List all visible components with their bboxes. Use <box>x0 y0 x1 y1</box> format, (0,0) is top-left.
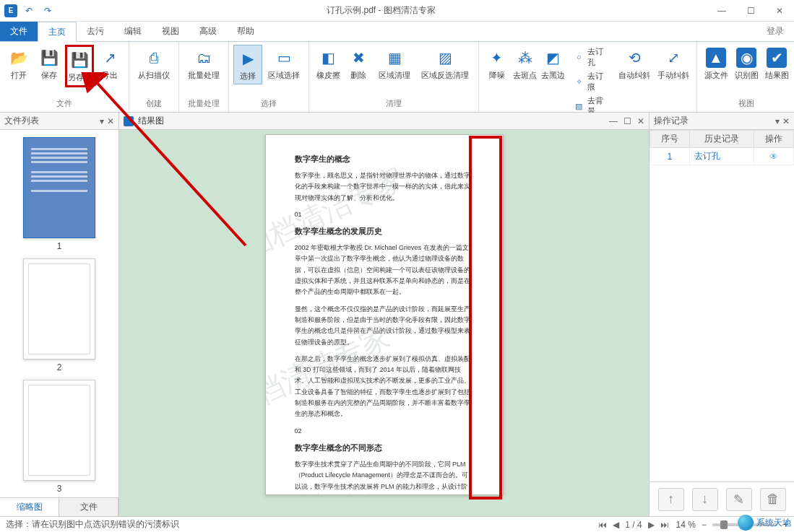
export-icon: ↗ <box>100 48 120 68</box>
denoise-button[interactable]: ✦降噪 <box>483 45 510 83</box>
row-history[interactable]: 去订孔 <box>689 148 754 165</box>
deblack-button[interactable]: ◩去黑边 <box>540 45 566 83</box>
eraser-button[interactable]: ◧橡皮擦 <box>314 45 342 83</box>
export-button[interactable]: ↗导出 <box>95 45 124 83</box>
select-button[interactable]: ▶选择 <box>233 45 262 84</box>
source-view-button[interactable]: ▲源文件 <box>702 45 730 83</box>
ribbon-group-cleanup: ◧橡皮擦 ✖删除 ▦区域清理 ▨区域反选清理 清理 <box>309 42 479 112</box>
apply-button[interactable]: ✎ <box>726 488 752 511</box>
main-area: 文件列表 ▾ ✕ 1 2 3 缩略图 文件 结果图 — ☐ ✕ <box>0 113 794 516</box>
close-button[interactable]: ✕ <box>765 0 794 22</box>
doc-maximize-icon[interactable]: ☐ <box>623 116 631 126</box>
move-down-button[interactable]: ↓ <box>692 488 718 511</box>
batch-icon: 🗂 <box>194 48 214 68</box>
area-select-button[interactable]: ▭区域选择 <box>264 45 304 83</box>
col-action: 操作 <box>754 131 794 148</box>
doc-heading-2: 数字孪生概念的发展历史 <box>295 226 474 237</box>
batch-button[interactable]: 🗂批量处理 <box>184 45 224 83</box>
thumb-2[interactable]: 2 <box>20 258 99 372</box>
from-scanner-button[interactable]: ⎙从扫描仪 <box>134 45 174 83</box>
area-inverse-clean-button[interactable]: ▨区域反选清理 <box>416 45 474 83</box>
thumb-3[interactable]: 3 <box>20 380 99 494</box>
doc-para: 数字孪生技术贯穿了产品生命周期中的不同阶段，它同 PLM（Product Lif… <box>295 459 474 495</box>
last-page-button[interactable]: ⏭ <box>660 520 669 530</box>
history-toolbar: ↑ ↓ ✎ 🗑 <box>650 481 794 516</box>
doc-close-icon[interactable]: ✕ <box>637 116 644 126</box>
history-header: 操作记录 ▾ ✕ <box>650 113 794 130</box>
tab-thumbnails[interactable]: 缩略图 <box>0 498 59 516</box>
ribbon: 📂打开 💾保存 💾另存为 ↗导出 文件 ⎙从扫描仪 创建 🗂批量处理 批量处理 … <box>0 42 794 113</box>
history-dropdown-icon[interactable]: ▾ <box>775 116 780 126</box>
manual-deskew-button[interactable]: ⤢手动纠斜 <box>655 45 692 83</box>
ribbon-group-views: ▲源文件 ◉识别图 ✔结果图 视图 <box>697 42 794 112</box>
menu-tab-edit[interactable]: 编辑 <box>114 22 152 41</box>
next-page-button[interactable]: ▶ <box>648 520 655 530</box>
dehole-button[interactable]: ○去订孔 <box>571 45 611 69</box>
area-clean-icon: ▦ <box>384 48 405 68</box>
result-view-button[interactable]: ✔结果图 <box>762 45 791 83</box>
delete-history-button[interactable]: 🗑 <box>760 488 786 511</box>
table-row[interactable]: 1 去订孔 👁 <box>650 148 794 165</box>
maximize-button[interactable]: ☐ <box>736 0 765 22</box>
deglare-button[interactable]: ✧去订痕 <box>571 69 611 94</box>
doc-heading-3: 数字孪生概念的不同形态 <box>295 442 474 453</box>
history-close-icon[interactable]: ✕ <box>782 116 790 126</box>
thumb-1[interactable]: 1 <box>20 137 99 251</box>
menu-tab-home[interactable]: 主页 <box>38 22 77 42</box>
doc-para: 2002 年密歇根大学教授 Dr. Michael Grieves 在发表的一篇… <box>295 243 474 297</box>
menu-tab-advanced[interactable]: 高级 <box>189 22 227 41</box>
delete-button[interactable]: ✖删除 <box>344 45 373 83</box>
menu-tab-help[interactable]: 帮助 <box>227 22 264 41</box>
minimize-button[interactable]: — <box>707 0 736 22</box>
tab-files[interactable]: 文件 <box>59 498 118 516</box>
zoom-out-button[interactable]: − <box>702 520 707 530</box>
menu-tab-file[interactable]: 文件 <box>0 22 38 41</box>
doc-section-num: 01 <box>295 209 474 220</box>
panel-close-icon[interactable]: ✕ <box>107 116 114 126</box>
login-link[interactable]: 登录 <box>756 22 794 41</box>
ops-stack: ○去订孔 ✧去订痕 ▧去背景 <box>568 45 614 118</box>
menu-tab-view[interactable]: 视图 <box>152 22 189 41</box>
globe-icon <box>738 515 754 531</box>
file-list-panel: 文件列表 ▾ ✕ 1 2 3 缩略图 文件 <box>0 113 119 516</box>
auto-deskew-button[interactable]: ⟲自动纠斜 <box>616 45 653 83</box>
filter-icon[interactable]: ▾ <box>100 116 104 126</box>
ribbon-group-file-label: 文件 <box>4 97 124 112</box>
prev-page-button[interactable]: ◀ <box>613 520 619 530</box>
undo-icon[interactable]: ↶ <box>22 4 36 18</box>
doc-viewport[interactable]: 数字孪生的概念 数字孪生，顾名思义，是指针对物理世界中的物体，通过数字化的手段来… <box>119 130 649 516</box>
menu-bar: 文件 主页 去污 编辑 视图 高级 帮助 登录 <box>0 22 794 42</box>
doc-window-icon <box>124 116 134 126</box>
first-page-button[interactable]: ⏮ <box>598 520 607 530</box>
despeckle-button[interactable]: ⁂去斑点 <box>512 45 538 83</box>
row-view-icon[interactable]: 👁 <box>754 148 794 165</box>
title-bar: E ↶ ↷ 订孔示例.pdf - 图档清洁专家 — ☐ ✕ <box>0 0 794 22</box>
manual-deskew-icon: ⤢ <box>663 48 683 68</box>
save-icon: 💾 <box>39 48 59 68</box>
save-as-button[interactable]: 💾另存为 <box>65 45 94 87</box>
move-up-button[interactable]: ↑ <box>658 488 684 511</box>
ribbon-group-batch: 🗂批量处理 批量处理 <box>179 42 229 112</box>
scanner-icon: ⎙ <box>144 48 164 68</box>
deglare-icon: ✧ <box>574 76 584 87</box>
doc-header: 结果图 — ☐ ✕ <box>119 113 649 130</box>
doc-para: 显然，这个概念不仅仅指的是产品的设计阶段，而延展至生产制造和服务阶段，但是由于当… <box>295 304 474 348</box>
status-text: 选择：请在识别图中点选识别错误的污渍标识 <box>6 518 179 531</box>
result-view-icon: ✔ <box>767 48 787 68</box>
doc-section-num: 02 <box>295 426 474 437</box>
redo-icon[interactable]: ↷ <box>40 4 55 18</box>
thumbnails-list[interactable]: 1 2 3 <box>0 130 118 497</box>
recog-view-icon: ◉ <box>736 48 756 68</box>
ribbon-group-views-label: 视图 <box>702 97 791 112</box>
save-button[interactable]: 💾保存 <box>35 45 64 83</box>
delete-icon: ✖ <box>348 48 368 68</box>
ribbon-group-ops: ✦降噪 ⁂去斑点 ◩去黑边 ○去订孔 ✧去订痕 ▧去背景 ⟲自动纠斜 ⤢手动纠斜… <box>479 42 697 112</box>
doc-minimize-icon[interactable]: — <box>609 116 618 126</box>
site-watermark-text: 系统天地 <box>756 517 791 529</box>
menu-tab-clean[interactable]: 去污 <box>77 22 114 41</box>
open-button[interactable]: 📂打开 <box>4 45 33 83</box>
area-clean-button[interactable]: ▦区域清理 <box>374 45 415 83</box>
left-panel-tabs: 缩略图 文件 <box>0 497 118 516</box>
history-title: 操作记录 <box>654 115 689 127</box>
recog-view-button[interactable]: ◉识别图 <box>732 45 761 83</box>
